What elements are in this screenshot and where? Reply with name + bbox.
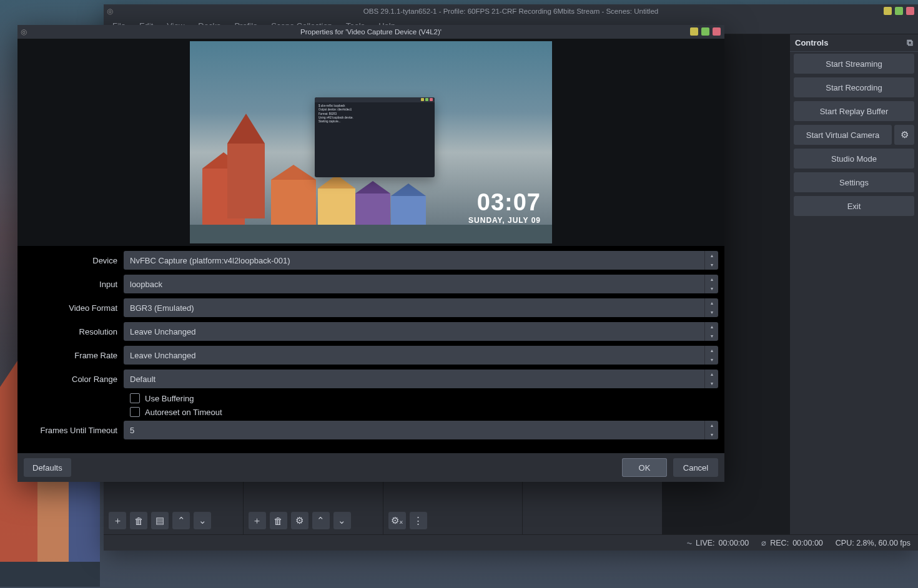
frame-rate-combo[interactable]: Leave Unchanged ▴▾ (124, 346, 718, 365)
color-range-combo[interactable]: Default ▴▾ (124, 370, 718, 388)
obs-icon: ◎ (17, 27, 30, 36)
spinner-icon[interactable]: ▴▾ (704, 251, 718, 270)
main-titlebar[interactable]: ◎ OBS 29.1.1-tytan652-1 - Profile: 60FPS… (104, 4, 918, 18)
main-window-controls (884, 7, 914, 15)
spinner-icon[interactable]: ▴▾ (704, 346, 718, 365)
input-combo[interactable]: loopback ▴▾ (124, 275, 718, 293)
scenes-filter-button[interactable]: ▤ (151, 512, 169, 529)
start-replay-button[interactable]: Start Replay Buffer (794, 101, 914, 121)
start-vcam-button[interactable]: Start Virtual Camera (794, 125, 892, 145)
use-buffering-checkbox[interactable] (130, 393, 140, 403)
input-label: Input (24, 280, 124, 289)
dialog-minimize-button[interactable] (690, 27, 698, 36)
properties-form: Device NvFBC Capture (platform:v4l2loopb… (17, 246, 724, 453)
spinner-icon[interactable]: ▴▾ (704, 275, 718, 293)
properties-dialog: ◎ Properties for 'Video Capture Device (… (17, 25, 724, 482)
color-range-label: Color Range (24, 375, 124, 384)
live-label: LIVE: (696, 539, 715, 547)
exit-button[interactable]: Exit (794, 196, 914, 216)
settings-button[interactable]: Settings (794, 172, 914, 192)
controls-panel: Controls ⧉ Start Streaming Start Recordi… (790, 34, 918, 534)
sources-up-button[interactable]: ⌃ (312, 512, 330, 529)
scenes-up-button[interactable]: ⌃ (172, 512, 190, 529)
cpu-status: CPU: 2.8%, 60.00 fps (836, 539, 911, 547)
dialog-title: Properties for 'Video Capture Device (V4… (17, 28, 724, 36)
frame-rate-label: Frame Rate (24, 351, 124, 360)
device-label: Device (24, 256, 124, 265)
sources-down-button[interactable]: ⌄ (333, 512, 351, 529)
dialog-buttonbar: Defaults OK Cancel (17, 453, 724, 482)
dialog-titlebar[interactable]: ◎ Properties for 'Video Capture Device (… (17, 25, 724, 39)
scenes-down-button[interactable]: ⌄ (194, 512, 211, 529)
dialog-maximize-button[interactable] (701, 27, 709, 36)
spinner-icon[interactable]: ▴▾ (704, 322, 718, 341)
autoreset-checkbox[interactable] (130, 407, 140, 417)
live-time: 00:00:00 (719, 539, 749, 547)
spinner-icon[interactable]: ▴▾ (704, 421, 718, 439)
dialog-preview: $ obs-nvfbc loopback Output device: /dev… (17, 39, 724, 246)
sources-delete-button[interactable]: 🗑 (270, 512, 287, 529)
signal-icon: ⏦ (687, 538, 692, 547)
rec-time: 00:00:00 (792, 539, 823, 547)
ok-button[interactable]: OK (622, 458, 667, 477)
frames-timeout-label: Frames Until Timeout (24, 426, 124, 435)
use-buffering-label: Use Buffering (145, 394, 194, 403)
preview-content: $ obs-nvfbc loopback Output device: /dev… (190, 41, 552, 243)
scenes-delete-button[interactable]: 🗑 (130, 512, 147, 529)
close-button[interactable] (906, 7, 914, 15)
statusbar: ⏦ LIVE: 00:00:00 ⌀ REC: 00:00:00 CPU: 2.… (104, 534, 918, 551)
controls-popout-icon[interactable]: ⧉ (907, 37, 913, 48)
scenes-add-button[interactable]: ＋ (109, 512, 126, 529)
obs-icon: ◎ (104, 7, 116, 16)
dialog-close-button[interactable] (713, 27, 721, 36)
autoreset-label: Autoreset on Timeout (145, 408, 222, 417)
start-recording-button[interactable]: Start Recording (794, 77, 914, 97)
rec-label: REC: (770, 539, 789, 547)
vcam-settings-button[interactable]: ⚙ (894, 125, 914, 145)
maximize-button[interactable] (895, 7, 903, 15)
disk-icon: ⌀ (761, 538, 766, 547)
resolution-label: Resolution (24, 327, 124, 336)
minimize-button[interactable] (884, 7, 892, 15)
video-format-combo[interactable]: BGR3 (Emulated) ▴▾ (124, 298, 718, 317)
cancel-button[interactable]: Cancel (673, 458, 718, 477)
resolution-combo[interactable]: Leave Unchanged ▴▾ (124, 322, 718, 341)
dialog-window-controls (690, 27, 721, 36)
sources-props-button[interactable]: ⚙ (291, 512, 308, 529)
frames-timeout-spinbox[interactable]: 5 ▴▾ (124, 421, 718, 439)
clock-time: 03:07 (468, 189, 541, 216)
start-streaming-button[interactable]: Start Streaming (794, 54, 914, 74)
spinner-icon[interactable]: ▴▾ (704, 298, 718, 317)
defaults-button[interactable]: Defaults (24, 458, 71, 477)
video-format-label: Video Format (24, 303, 124, 313)
mixer-more-button[interactable]: ⋮ (410, 512, 427, 529)
controls-header: Controls (795, 38, 828, 47)
preview-clock: 03:07 SUNDAY, JULY 09 (468, 189, 541, 225)
spinner-icon[interactable]: ▴▾ (704, 370, 718, 388)
main-window-title: OBS 29.1.1-tytan652-1 - Profile: 60FPS 2… (104, 7, 918, 15)
clock-date: SUNDAY, JULY 09 (468, 216, 541, 225)
mixer-advanced-button[interactable]: ⚙ₓ (388, 512, 406, 529)
preview-terminal: $ obs-nvfbc loopback Output device: /dev… (315, 97, 435, 177)
device-combo[interactable]: NvFBC Capture (platform:v4l2loopback-001… (124, 251, 718, 270)
sources-add-button[interactable]: ＋ (249, 512, 266, 529)
studio-mode-button[interactable]: Studio Mode (794, 149, 914, 169)
